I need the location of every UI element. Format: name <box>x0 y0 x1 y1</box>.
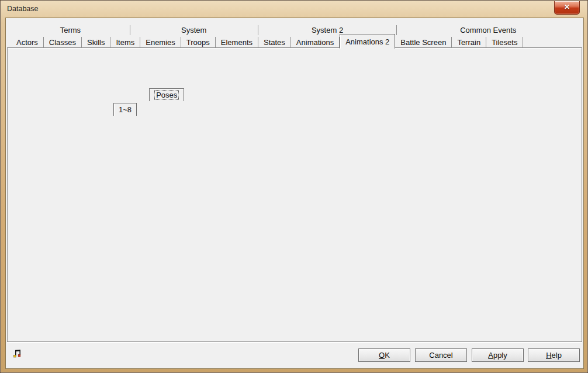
tab-enemies[interactable]: Enemies <box>140 37 181 48</box>
tab-actors[interactable]: Actors <box>11 37 44 48</box>
tab-group-row: Terms System System 2 Common Events <box>11 24 579 35</box>
window-title: Database <box>7 5 39 13</box>
cancel-button[interactable]: Cancel <box>415 348 467 362</box>
close-icon: ✕ <box>564 3 570 11</box>
tab-skills[interactable]: Skills <box>82 37 110 48</box>
tab-terms[interactable]: Terms <box>11 25 130 35</box>
tab-items[interactable]: Items <box>110 37 140 48</box>
tab-animations2[interactable]: Animations 2 <box>340 34 395 49</box>
close-button[interactable]: ✕ <box>554 1 580 15</box>
animations2-page <box>7 47 582 342</box>
tab-range-1-8[interactable]: 1~8 <box>113 103 137 116</box>
footer-separator <box>9 342 580 343</box>
tab-strip: Actors Classes Skills Items Enemies Troo… <box>11 35 523 48</box>
tab-terrain[interactable]: Terrain <box>452 37 486 48</box>
tab-battle-screen[interactable]: Battle Screen <box>395 37 452 48</box>
help-button[interactable]: Help <box>528 348 580 362</box>
tab-classes[interactable]: Classes <box>44 37 82 48</box>
tab-animations[interactable]: Animations <box>291 37 340 48</box>
tab-troops[interactable]: Troops <box>181 37 216 48</box>
apply-button[interactable]: Apply <box>472 348 524 362</box>
database-window: Database ✕ Terms System System 2 Common … <box>0 0 588 373</box>
tab-elements[interactable]: Elements <box>216 37 258 48</box>
music-note-icon <box>13 349 23 360</box>
tab-system[interactable]: System <box>130 25 258 35</box>
ok-button[interactable]: OK <box>358 348 410 362</box>
title-bar: Database ✕ <box>1 1 587 18</box>
tab-states[interactable]: States <box>258 37 291 48</box>
tab-poses[interactable]: Poses <box>149 88 184 101</box>
tab-common-events[interactable]: Common Events <box>397 25 579 35</box>
tab-tilesets[interactable]: Tilesets <box>486 37 523 48</box>
